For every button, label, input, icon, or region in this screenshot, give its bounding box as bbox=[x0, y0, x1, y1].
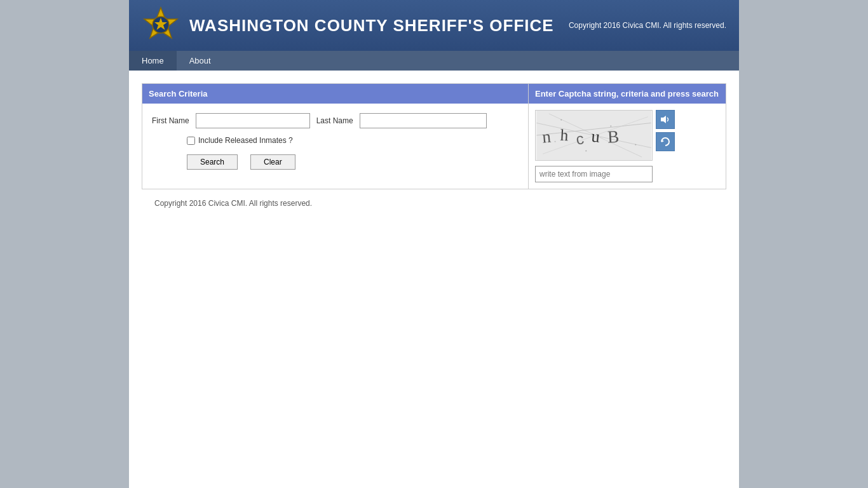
search-panel: Search Criteria First Name Last Name Inc… bbox=[142, 83, 726, 189]
navigation-bar: Home About bbox=[129, 51, 739, 71]
svg-point-12 bbox=[555, 141, 556, 142]
svg-text:B: B bbox=[607, 127, 620, 147]
search-criteria-title: Search Criteria bbox=[149, 89, 208, 98]
search-criteria-header: Search Criteria bbox=[142, 84, 528, 104]
captcha-image-area: n h c u B bbox=[535, 110, 719, 161]
clear-button[interactable]: Clear bbox=[250, 154, 295, 170]
svg-marker-20 bbox=[661, 140, 664, 142]
captcha-body: n h c u B bbox=[529, 104, 726, 189]
search-button[interactable]: Search bbox=[187, 154, 238, 170]
include-released-checkbox[interactable] bbox=[187, 137, 195, 145]
page-header: Washington County Sheriff's Office Copyr… bbox=[129, 0, 739, 51]
svg-point-10 bbox=[610, 125, 611, 126]
sheriff-badge-icon bbox=[142, 6, 180, 44]
first-name-input[interactable] bbox=[196, 113, 310, 128]
first-name-label: First Name bbox=[152, 116, 189, 125]
name-fields-row: First Name Last Name bbox=[152, 113, 519, 128]
captcha-refresh-button[interactable] bbox=[656, 132, 675, 151]
captcha-input[interactable] bbox=[535, 166, 653, 182]
search-form-body: First Name Last Name Include Released In… bbox=[142, 104, 528, 179]
svg-point-9 bbox=[585, 150, 587, 151]
captcha-instruction: Enter Captcha string, criteria and press… bbox=[535, 89, 719, 98]
site-title: Washington County Sheriff's Office bbox=[189, 16, 554, 36]
header-brand: Washington County Sheriff's Office bbox=[142, 6, 554, 44]
footer-copyright: Copyright 2016 Civica CMI. All rights re… bbox=[154, 199, 312, 208]
captcha-section: Enter Captcha string, criteria and press… bbox=[529, 84, 726, 189]
captcha-audio-button[interactable] bbox=[656, 110, 675, 129]
captcha-header: Enter Captcha string, criteria and press… bbox=[529, 84, 726, 104]
last-name-label: Last Name bbox=[316, 116, 353, 125]
nav-about[interactable]: About bbox=[177, 51, 224, 71]
form-buttons-row: Search Clear bbox=[187, 154, 519, 170]
svg-text:h: h bbox=[560, 126, 569, 144]
search-criteria-section: Search Criteria First Name Last Name Inc… bbox=[142, 84, 529, 189]
footer: Copyright 2016 Civica CMI. All rights re… bbox=[142, 189, 726, 217]
captcha-svg: n h c u B bbox=[536, 111, 652, 160]
captcha-buttons bbox=[656, 110, 675, 151]
header-copyright: Copyright 2016 Civica CMI. All rights re… bbox=[569, 21, 726, 30]
svg-marker-19 bbox=[661, 116, 666, 123]
captcha-image: n h c u B bbox=[535, 110, 653, 161]
main-content: Search Criteria First Name Last Name Inc… bbox=[129, 71, 739, 230]
include-released-label: Include Released Inmates ? bbox=[198, 136, 293, 145]
last-name-input[interactable] bbox=[360, 113, 487, 128]
svg-point-11 bbox=[635, 144, 636, 146]
refresh-icon bbox=[660, 137, 670, 147]
svg-point-8 bbox=[560, 119, 562, 121]
include-released-row: Include Released Inmates ? bbox=[187, 136, 519, 145]
nav-home[interactable]: Home bbox=[129, 51, 177, 71]
svg-text:u: u bbox=[591, 127, 601, 146]
audio-icon bbox=[660, 114, 670, 125]
